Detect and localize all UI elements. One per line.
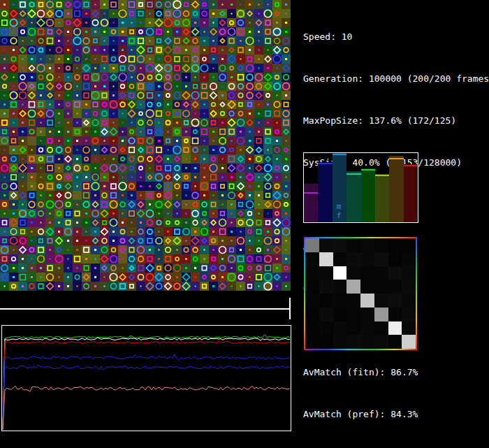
bar-5 <box>361 153 375 222</box>
heatmap-cell <box>388 280 402 294</box>
bar-3: m f <box>333 153 346 222</box>
heatmap-cell <box>346 308 360 321</box>
heatmap-cell <box>319 238 333 252</box>
bar-marker-line <box>404 165 418 166</box>
heatmap-cell <box>333 335 347 349</box>
stat-maxpopsize: MaxPopSize: 137.6% (172/125) <box>303 114 489 128</box>
heatmap-cell <box>346 266 360 280</box>
heatmap-cell <box>360 238 374 252</box>
heatmap-cell <box>333 294 347 308</box>
heatmap-cell <box>346 321 360 335</box>
bar-6 <box>375 153 389 222</box>
heatmap-cell <box>374 252 388 266</box>
heatmap-cell <box>305 308 319 321</box>
heatmap-cell <box>388 308 402 321</box>
timeline-thumb[interactable] <box>289 298 291 319</box>
heatmap-cell <box>319 294 333 308</box>
heatmap-cell <box>360 294 374 308</box>
heatmap-cell <box>374 238 388 252</box>
heatmap-cell <box>402 321 416 335</box>
bar-marker-line <box>389 158 403 159</box>
stat-speed: Speed: 10 <box>303 30 489 44</box>
heatmap-cell <box>333 238 347 252</box>
heatmap-cell <box>402 308 416 321</box>
heatmap-cell <box>333 321 347 335</box>
bar-2 <box>318 153 332 222</box>
heatmap-cell <box>402 266 416 280</box>
heatmap-cell <box>333 308 347 321</box>
heatmap-cell <box>360 308 374 321</box>
bar-fill <box>318 162 332 222</box>
heatmap-cell <box>346 335 360 349</box>
bar-fill <box>346 171 360 222</box>
heatmap-cell <box>360 321 374 335</box>
mating-heatmap <box>304 237 417 350</box>
heatmap-cell <box>402 294 416 308</box>
heatmap-cell <box>402 335 416 349</box>
bar-marker-line <box>304 192 318 194</box>
bar-fill <box>304 184 318 222</box>
bar-marker-line <box>375 175 389 176</box>
heatmap-cell <box>388 266 402 280</box>
heatmap-cell <box>402 280 416 294</box>
population-bar-chart: m f <box>303 152 418 223</box>
heatmap-cell <box>346 294 360 308</box>
heatmap-cell <box>305 280 319 294</box>
heatmap-cell <box>305 335 319 349</box>
bar-fill <box>375 174 389 222</box>
heatmap-cell <box>388 335 402 349</box>
heatmap-cell <box>388 294 402 308</box>
bar-marker-line <box>333 154 346 155</box>
app-window: { "window": { "background": "#000000", "… <box>0 0 489 448</box>
heatmap-cell <box>305 294 319 308</box>
heatmap-cell <box>388 321 402 335</box>
bar-7 <box>389 153 403 222</box>
stat-avmatch-fitn: AvMatch (fitn): 86.7% <box>303 366 489 380</box>
heatmap-cell <box>333 280 347 294</box>
population-grid-canvas[interactable] <box>0 0 291 291</box>
timeline-track[interactable] <box>0 308 291 310</box>
heatmap-cell <box>346 252 360 266</box>
history-line-chart <box>1 325 291 431</box>
heatmap-cell <box>305 321 319 335</box>
bar-1 <box>304 153 318 222</box>
heatmap-border-right <box>416 237 417 350</box>
heatmap-cell <box>333 266 347 280</box>
heatmap-cell <box>374 335 388 349</box>
stat-generation: Generation: 100000 (200/200 frames) <box>303 72 489 86</box>
heatmap-cell <box>360 280 374 294</box>
heatmap-cell <box>319 308 333 321</box>
heatmap-cell <box>346 238 360 252</box>
bar-8 <box>404 153 418 222</box>
heatmap-cell <box>374 266 388 280</box>
heatmap-cell <box>374 294 388 308</box>
heatmap-cell <box>319 280 333 294</box>
heatmap-cell <box>305 266 319 280</box>
heatmap-cell <box>360 266 374 280</box>
heatmap-cell <box>402 238 416 252</box>
heatmap-cell <box>305 238 319 252</box>
bar-fill <box>389 156 403 222</box>
heatmap-cell <box>388 252 402 266</box>
heatmap-cell <box>305 252 319 266</box>
heatmap-cells <box>305 238 416 349</box>
bar-fill <box>361 168 375 222</box>
heatmap-cell <box>360 335 374 349</box>
bar-4 <box>346 153 360 222</box>
heatmap-cell <box>388 238 402 252</box>
heatmap-cell <box>374 321 388 335</box>
heatmap-cell <box>333 252 347 266</box>
heatmap-cell <box>374 280 388 294</box>
heatmap-cell <box>402 252 416 266</box>
bar-fill <box>404 164 418 222</box>
heatmap-cell <box>319 252 333 266</box>
bar-chart-mf-label: m f <box>333 202 346 220</box>
bar-marker-line <box>318 163 332 164</box>
heatmap-cell <box>374 308 388 321</box>
stat-avmatch-pref: AvMatch (pref): 84.3% <box>303 407 489 421</box>
bar-marker-line <box>361 169 375 171</box>
bar-marker-line <box>346 173 360 175</box>
heatmap-border-bottom <box>304 349 417 350</box>
heatmap-cell <box>319 266 333 280</box>
heatmap-cell <box>346 280 360 294</box>
